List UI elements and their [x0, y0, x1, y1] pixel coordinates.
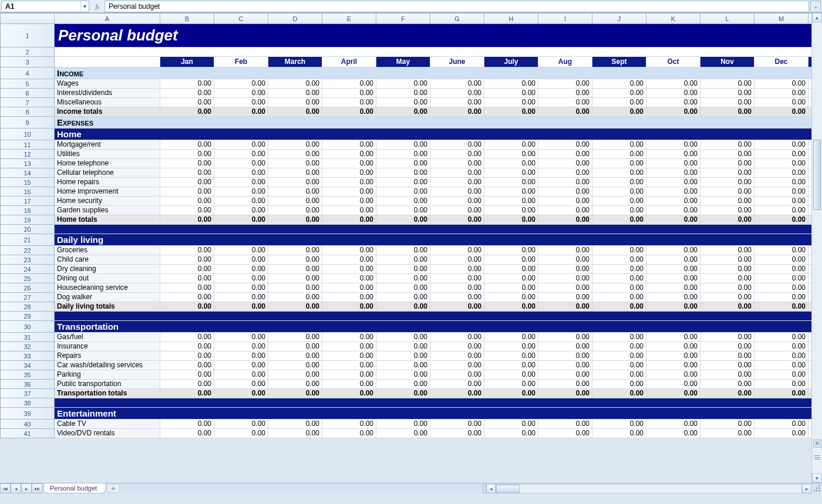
data-cell[interactable]: 0.00: [214, 283, 268, 293]
data-cell[interactable]: 0.00: [430, 380, 484, 389]
data-cell[interactable]: 0.00: [376, 159, 430, 168]
vertical-scrollbar[interactable]: ▴ ✕ ▾: [811, 13, 822, 483]
data-cell[interactable]: 0.00: [268, 429, 322, 438]
row-header[interactable]: 22: [1, 246, 55, 255]
data-cell[interactable]: 0.00: [430, 302, 484, 312]
row-label[interactable]: Repairs: [55, 351, 160, 361]
name-box[interactable]: A1 ▾: [1, 1, 89, 12]
data-cell[interactable]: 0.00: [214, 342, 268, 351]
row-label[interactable]: Home repairs: [55, 178, 160, 187]
data-cell[interactable]: 0.00: [322, 89, 376, 98]
data-cell[interactable]: 0.00: [484, 246, 538, 255]
data-cell[interactable]: 0.00: [538, 342, 592, 351]
data-cell[interactable]: 0.00: [538, 361, 592, 370]
row-label[interactable]: Gas/fuel: [55, 333, 160, 342]
data-cell[interactable]: 0.00: [700, 293, 754, 302]
row-header[interactable]: 15: [1, 178, 55, 187]
data-cell[interactable]: 0.00: [268, 293, 322, 302]
data-cell[interactable]: 0.00: [376, 168, 430, 178]
data-cell[interactable]: 0.00: [538, 265, 592, 274]
data-cell[interactable]: 0.00: [700, 107, 754, 117]
data-cell[interactable]: 0.00: [754, 178, 808, 187]
data-cell[interactable]: 0.00: [754, 429, 808, 438]
data-cell[interactable]: 0.00: [646, 107, 700, 117]
data-cell[interactable]: 0.00: [268, 302, 322, 312]
data-cell[interactable]: 0.00: [484, 265, 538, 274]
row-label[interactable]: Public transportation: [55, 380, 160, 389]
data-cell[interactable]: 0.00: [376, 283, 430, 293]
month-header[interactable]: May: [376, 57, 430, 67]
data-cell[interactable]: 0.00: [376, 79, 430, 89]
data-cell[interactable]: 0.00: [700, 370, 754, 380]
row-header[interactable]: 38: [1, 398, 55, 408]
data-cell[interactable]: 0.00: [322, 380, 376, 389]
row-header[interactable]: 36: [1, 380, 55, 389]
data-cell[interactable]: 0.00: [160, 351, 214, 361]
data-cell[interactable]: 0.00: [592, 187, 646, 197]
data-cell[interactable]: 0.00: [592, 342, 646, 351]
data-cell[interactable]: 0.00: [646, 206, 700, 215]
row-label[interactable]: Car wash/detailing services: [55, 361, 160, 370]
data-cell[interactable]: 0.00: [160, 293, 214, 302]
row-label[interactable]: Cable TV: [55, 420, 160, 429]
data-cell[interactable]: 0.00: [376, 342, 430, 351]
data-cell[interactable]: 0.00: [592, 361, 646, 370]
data-cell[interactable]: 0.00: [484, 389, 538, 398]
row-header[interactable]: 40: [1, 420, 55, 429]
data-cell[interactable]: 0.00: [484, 89, 538, 98]
row-header[interactable]: 24: [1, 265, 55, 274]
data-cell[interactable]: 0.00: [538, 283, 592, 293]
data-cell[interactable]: 0.00: [376, 107, 430, 117]
data-cell[interactable]: 0.00: [214, 361, 268, 370]
data-cell[interactable]: 0.00: [376, 265, 430, 274]
data-cell[interactable]: 0.00: [160, 342, 214, 351]
totals-label[interactable]: Daily living totals: [55, 302, 160, 312]
data-cell[interactable]: 0.00: [592, 420, 646, 429]
data-cell[interactable]: 0.00: [160, 283, 214, 293]
data-cell[interactable]: 0.00: [376, 215, 430, 225]
column-header[interactable]: B: [160, 13, 214, 24]
data-cell[interactable]: 0.00: [268, 342, 322, 351]
data-cell[interactable]: 0.00: [484, 98, 538, 107]
data-cell[interactable]: 0.00: [376, 178, 430, 187]
data-cell[interactable]: 0.00: [484, 429, 538, 438]
data-cell[interactable]: 0.00: [376, 351, 430, 361]
data-cell[interactable]: 0.00: [376, 246, 430, 255]
data-cell[interactable]: 0.00: [430, 342, 484, 351]
data-cell[interactable]: 0.00: [538, 187, 592, 197]
data-cell[interactable]: 0.00: [376, 333, 430, 342]
data-cell[interactable]: 0.00: [484, 342, 538, 351]
data-cell[interactable]: 0.00: [322, 265, 376, 274]
data-cell[interactable]: 0.00: [592, 274, 646, 283]
data-cell[interactable]: 0.00: [592, 293, 646, 302]
data-cell[interactable]: 0.00: [322, 351, 376, 361]
data-cell[interactable]: 0.00: [484, 159, 538, 168]
data-cell[interactable]: 0.00: [700, 351, 754, 361]
subsection-header[interactable]: Transportation: [55, 321, 823, 333]
data-cell[interactable]: 0.00: [376, 187, 430, 197]
subsection-header[interactable]: Entertainment: [55, 408, 823, 420]
data-cell[interactable]: 0.00: [538, 302, 592, 312]
data-cell[interactable]: 0.00: [430, 420, 484, 429]
column-header[interactable]: E: [322, 13, 376, 24]
data-cell[interactable]: 0.00: [376, 89, 430, 98]
data-cell[interactable]: 0.00: [160, 197, 214, 206]
row-label[interactable]: Mortgage/rent: [55, 140, 160, 150]
data-cell[interactable]: 0.00: [160, 265, 214, 274]
row-header[interactable]: 11: [1, 140, 55, 150]
row-header[interactable]: 1: [1, 24, 55, 48]
data-cell[interactable]: 0.00: [646, 274, 700, 283]
data-cell[interactable]: 0.00: [538, 159, 592, 168]
data-cell[interactable]: 0.00: [376, 206, 430, 215]
data-cell[interactable]: 0.00: [430, 361, 484, 370]
data-cell[interactable]: 0.00: [430, 429, 484, 438]
data-cell[interactable]: 0.00: [484, 380, 538, 389]
data-cell[interactable]: 0.00: [160, 246, 214, 255]
data-cell[interactable]: 0.00: [214, 429, 268, 438]
row-label[interactable]: Interest/dividends: [55, 89, 160, 98]
data-cell[interactable]: 0.00: [268, 197, 322, 206]
column-header[interactable]: H: [484, 13, 538, 24]
fx-icon[interactable]: fx: [93, 3, 102, 10]
data-cell[interactable]: 0.00: [700, 274, 754, 283]
data-cell[interactable]: 0.00: [214, 98, 268, 107]
